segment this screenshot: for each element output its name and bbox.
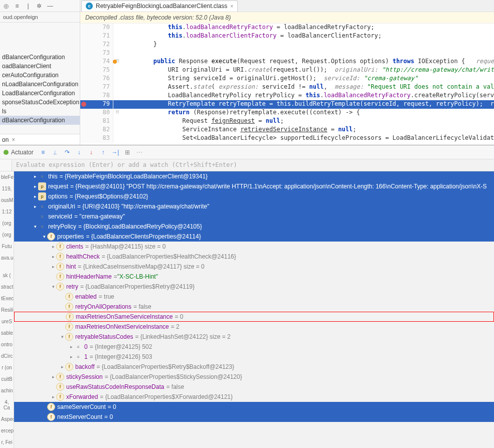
variable-row[interactable]: ▸poptions = {Request$Options@24102} [14,191,494,201]
step-into-icon[interactable]: ↓ [75,148,84,157]
fold-gutter[interactable] [113,24,121,32]
code-line[interactable]: 76 String serviceId = originalUri.getHos… [80,75,494,83]
variable-row[interactable]: ▸prequest = {Request@24101} "POST http:/… [14,181,494,191]
chevron-icon[interactable]: ▾ [32,224,38,229]
frame-item[interactable]: (org [0,229,14,241]
code-line[interactable]: 71 this.loadBalancerClientFactory = load… [80,32,494,41]
minimize-icon[interactable]: — [46,2,54,10]
fold-gutter[interactable]: ⊟ [113,109,121,117]
frame-item[interactable]: ercep [0,425,14,436]
frame-item[interactable] [0,264,14,270]
variables-tree[interactable]: ▸≡this = {RetryableFeignBlockingLoadBala… [14,171,494,448]
variable-row[interactable]: ▸≡0 = {Integer@24125} 502 [14,342,494,352]
project-tree-item[interactable]: dBalancerConfiguration [0,53,80,62]
frame-item[interactable]: tExec [0,293,14,304]
variable-row[interactable]: ▾≡retryPolicy = {BlockingLoadBalancedRet… [14,221,494,232]
filter-icon[interactable]: ⟂ [51,148,60,157]
fold-gutter[interactable] [113,32,121,41]
frame-item[interactable]: bleFe [0,171,14,183]
breakpoint-gutter[interactable] [80,66,88,75]
expression-input[interactable]: Evaluate expression (Enter) or add a wat… [12,159,494,171]
chevron-icon[interactable]: ▸ [32,184,38,189]
project-tree-item[interactable]: cerAutoConfiguration [0,71,80,80]
variable-row[interactable]: fsameServerCount = 0 [14,402,494,412]
frame-item[interactable]: cuitB [0,373,14,385]
editor-tab[interactable]: c RetryableFeignBlockingLoadBalancerClie… [81,1,238,12]
frame-item[interactable]: dCirc [0,350,14,362]
code-line[interactable]: 75 URI originalUri = URI.create(request.… [80,66,494,75]
project-tree-item[interactable]: LoadBalancerConfiguration [0,89,80,98]
breakpoint-gutter[interactable] [80,49,88,58]
frame-item[interactable]: ousM [0,194,14,206]
variable-row[interactable]: ≡serviceId = "crema-gateway" [14,211,494,221]
breakpoint-gutter[interactable] [80,75,88,83]
variable-row[interactable]: ▸≡1 = {Integer@24126} 503 [14,352,494,362]
chevron-icon[interactable]: ▾ [50,284,56,289]
variable-row[interactable]: ▸fbackoff = {LoadBalancerProperties$Retr… [14,362,494,372]
fold-gutter[interactable] [113,75,121,83]
code-editor[interactable]: 70 this.loadBalancedRetryFactory = loadB… [80,24,494,145]
variable-row[interactable]: fuseRawStatusCodeInResponseData = false [14,382,494,392]
variable-row[interactable]: ▸fxForwarded = {LoadBalancerProperties$X… [14,392,494,402]
fold-gutter[interactable] [113,92,121,100]
breakpoint-gutter[interactable] [80,117,88,126]
tab-close-icon[interactable]: × [230,4,233,9]
step-over-icon[interactable]: ↷ [63,148,72,157]
frames-panel[interactable]: bleFe119,ousM1:12(org(orgFutuava.usk (st… [0,171,14,448]
variable-row[interactable]: ▾fretry = {LoadBalancerProperties$Retry@… [14,282,494,292]
code-line[interactable]: 79 RetryTemplate retryTemplate = this.bu… [80,100,494,109]
variable-row[interactable]: ▾fproperties = {LoadBalancerClientsPrope… [14,232,494,242]
frame-item[interactable]: Futu [0,241,14,252]
breakpoint-gutter[interactable] [80,134,88,143]
fold-gutter[interactable] [113,66,121,75]
code-line[interactable]: 73 [80,49,494,58]
chevron-icon[interactable]: ▸ [68,344,74,349]
fold-gutter[interactable] [113,49,121,58]
target-icon[interactable]: ◎ [2,2,10,10]
variable-row[interactable]: fmaxRetriesOnSameServiceInstance = 0 [14,312,494,322]
frame-item[interactable]: Resili [0,304,14,316]
variable-row[interactable]: ▸fstickySession = {LoadBalancerPropertie… [14,372,494,382]
fold-gutter[interactable] [113,126,121,134]
variable-row[interactable]: ▸≡originalUri = {URI@24103} "http://crem… [14,201,494,211]
force-step-into-icon[interactable]: ↓ [87,148,96,157]
variable-row[interactable]: ▸≡this = {RetryableFeignBlockingLoadBala… [14,171,494,181]
fold-gutter[interactable] [113,117,121,126]
breakpoint-gutter[interactable] [80,58,88,66]
chevron-icon[interactable]: ▸ [50,244,56,249]
project-tree-item[interactable]: dBalancerConfiguration [0,116,80,125]
code-line[interactable]: 82 ServiceInstance retrievedServiceInsta… [80,126,494,134]
code-line[interactable]: 74⊟ public Response execute(Request requ… [80,58,494,66]
more-icon[interactable]: ⋯ [135,148,144,157]
variable-row[interactable]: ▸fhint = {LinkedCaseInsensitiveMap@24117… [14,262,494,272]
chevron-icon[interactable]: ▸ [59,364,65,369]
fold-gutter[interactable] [113,41,121,49]
variable-row[interactable]: fenabled = true [14,292,494,302]
calculator-icon[interactable]: ⊞ [123,148,132,157]
variable-row[interactable]: fretryOnAllOperations = false [14,302,494,312]
frame-item[interactable]: (org [0,217,14,229]
variable-row[interactable]: ▸fhealthCheck = {LoadBalancerProperties$… [14,252,494,262]
chevron-icon[interactable]: ▸ [50,374,56,379]
frame-item[interactable]: 4, Ca [0,396,14,413]
gear-icon[interactable]: ✲ [35,2,43,10]
chevron-icon[interactable]: ▸ [32,194,38,199]
frame-item[interactable]: 119, [0,183,14,194]
close-icon[interactable]: × [12,136,15,143]
breakpoint-gutter[interactable] [80,41,88,49]
code-line[interactable]: 70 this.loadBalancedRetryFactory = loadB… [80,24,494,32]
variable-row[interactable]: fmaxRetriesOnNextServiceInstance = 2 [14,322,494,332]
fold-gutter[interactable] [113,100,121,109]
frame-item[interactable]: sable [0,327,14,339]
project-tree-item[interactable]: oadBalancerClient [0,62,80,71]
project-tree-item[interactable]: sponseStatusCodeException [0,98,80,107]
code-line[interactable]: 78 LoadBalancedRetryPolicy retryPolicy =… [80,92,494,100]
chevron-icon[interactable]: ▾ [59,334,65,339]
step-out-icon[interactable]: ↑ [99,148,108,157]
fold-gutter[interactable] [113,83,121,92]
run-to-cursor-icon[interactable]: →| [111,148,120,157]
project-tree-item[interactable]: ls [0,107,80,116]
actuator-button[interactable]: Actuator [3,149,34,156]
chevron-icon[interactable]: ▸ [50,264,56,269]
breakpoint-gutter[interactable] [80,83,88,92]
